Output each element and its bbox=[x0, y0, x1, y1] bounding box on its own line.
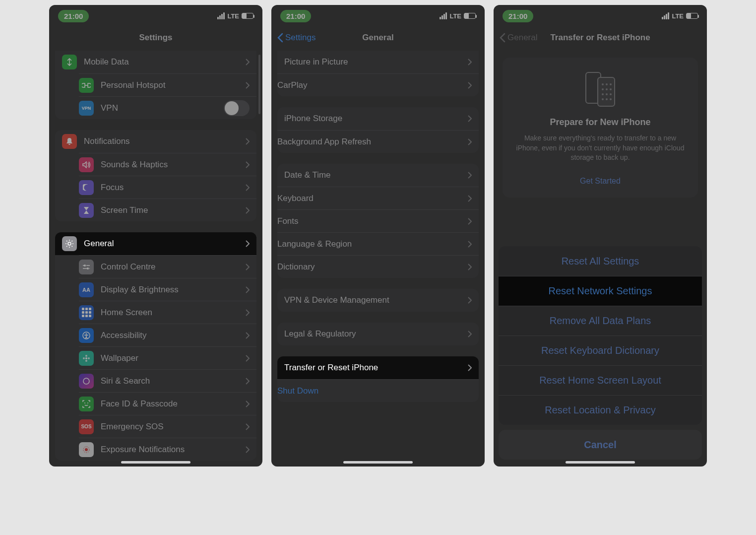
row-screen-time[interactable]: Screen Time bbox=[79, 199, 256, 221]
row-sounds[interactable]: Sounds & Haptics bbox=[79, 153, 256, 176]
antenna-icon bbox=[62, 55, 77, 69]
row-fonts[interactable]: Fonts bbox=[277, 209, 479, 232]
svg-point-4 bbox=[86, 333, 87, 334]
row-lang[interactable]: Language & Region bbox=[277, 232, 479, 255]
row-accessibility[interactable]: Accessibility bbox=[79, 324, 256, 346]
chevron-right-icon bbox=[246, 401, 250, 407]
svg-point-1 bbox=[84, 265, 86, 267]
row-faceid[interactable]: Face ID & Passcode bbox=[79, 392, 256, 415]
status-bar: 21:00 LTE bbox=[49, 5, 262, 27]
svg-point-18 bbox=[606, 83, 608, 85]
svg-point-27 bbox=[606, 98, 608, 100]
row-transfer-reset[interactable]: Transfer or Reset iPhone bbox=[277, 356, 479, 379]
row-focus[interactable]: Focus bbox=[79, 176, 256, 199]
signal-icon bbox=[662, 12, 669, 19]
vpn-toggle[interactable] bbox=[224, 100, 250, 116]
scrollbar[interactable] bbox=[258, 55, 260, 114]
settings-list[interactable]: Mobile Data Personal Hotspot VPN VPN Not… bbox=[49, 49, 262, 467]
row-sos[interactable]: SOS Emergency SOS bbox=[79, 415, 256, 438]
chevron-right-icon bbox=[246, 378, 250, 385]
group-vpn: VPN & Device Management bbox=[277, 289, 479, 312]
chevron-right-icon bbox=[246, 264, 250, 270]
status-bar: 21:00 LTE bbox=[494, 5, 707, 27]
row-vpnmgmt[interactable]: VPN & Device Management bbox=[277, 289, 479, 312]
time-pill: 21:00 bbox=[503, 10, 533, 22]
remove-data-plans[interactable]: Remove All Data Plans bbox=[499, 306, 702, 335]
chevron-right-icon bbox=[468, 115, 472, 122]
chevron-right-icon bbox=[246, 446, 250, 453]
sheet-options: Reset All Settings Reset Network Setting… bbox=[499, 246, 702, 425]
chevron-left-icon bbox=[277, 33, 283, 43]
row-personal-hotspot[interactable]: Personal Hotspot bbox=[79, 73, 256, 96]
signal-icon bbox=[217, 12, 225, 19]
svg-point-0 bbox=[68, 242, 71, 245]
general-list[interactable]: Picture in Picture CarPlay iPhone Storag… bbox=[271, 49, 485, 467]
svg-point-7 bbox=[85, 360, 87, 362]
chevron-right-icon bbox=[246, 184, 250, 191]
svg-point-8 bbox=[83, 357, 85, 359]
chevron-right-icon bbox=[468, 172, 472, 179]
row-display[interactable]: AA Display & Brightness bbox=[79, 278, 256, 301]
row-pip[interactable]: Picture in Picture bbox=[277, 51, 479, 73]
row-dict[interactable]: Dictionary bbox=[277, 255, 479, 278]
chevron-right-icon bbox=[246, 138, 250, 145]
grid-icon bbox=[79, 305, 94, 320]
back-button[interactable]: General bbox=[500, 33, 537, 43]
page-title: Settings bbox=[139, 33, 172, 43]
row-storage[interactable]: iPhone Storage bbox=[277, 107, 479, 130]
nav-bar: Settings General bbox=[271, 27, 485, 49]
svg-point-20 bbox=[602, 88, 604, 90]
reset-network-settings[interactable]: Reset Network Settings bbox=[499, 276, 702, 306]
row-home-screen[interactable]: Home Screen bbox=[79, 301, 256, 324]
row-keyboard[interactable]: Keyboard bbox=[277, 187, 479, 209]
group-general: General Control Centre AA Display & Brig… bbox=[55, 232, 256, 461]
row-exposure[interactable]: Exposure Notifications bbox=[79, 438, 256, 461]
home-indicator[interactable] bbox=[566, 461, 635, 464]
hourglass-icon bbox=[79, 203, 94, 218]
row-control-centre[interactable]: Control Centre bbox=[79, 255, 256, 278]
page-title: General bbox=[362, 33, 393, 43]
row-general[interactable]: General bbox=[55, 232, 256, 255]
row-notifications[interactable]: Notifications bbox=[55, 130, 256, 153]
screenshot-settings: 21:00 LTE Settings Mobile Data Personal … bbox=[49, 5, 262, 467]
get-started-button[interactable]: Get Started bbox=[513, 177, 687, 186]
reset-location-privacy[interactable]: Reset Location & Privacy bbox=[499, 395, 702, 425]
reset-keyboard-dictionary[interactable]: Reset Keyboard Dictionary bbox=[499, 335, 702, 365]
accessibility-icon bbox=[79, 328, 94, 343]
screenshot-general: 21:00 LTE Settings General Picture in Pi… bbox=[271, 5, 485, 467]
row-wallpaper[interactable]: Wallpaper bbox=[79, 346, 256, 369]
devices-icon bbox=[513, 69, 687, 109]
home-indicator[interactable] bbox=[121, 461, 190, 464]
row-vpn[interactable]: VPN VPN bbox=[79, 96, 256, 119]
chevron-right-icon bbox=[246, 240, 250, 247]
chevron-right-icon bbox=[468, 331, 472, 337]
cancel-button[interactable]: Cancel bbox=[499, 430, 702, 460]
row-shutdown[interactable]: Shut Down bbox=[277, 379, 479, 402]
battery-icon bbox=[686, 13, 698, 19]
svg-point-21 bbox=[606, 88, 608, 90]
svg-point-23 bbox=[602, 93, 604, 95]
reset-action-sheet: Reset All Settings Reset Network Setting… bbox=[499, 246, 702, 460]
svg-point-28 bbox=[610, 98, 612, 100]
svg-point-13 bbox=[85, 448, 88, 451]
svg-point-17 bbox=[602, 83, 604, 85]
row-date[interactable]: Date & Time bbox=[277, 164, 479, 187]
reset-all-settings[interactable]: Reset All Settings bbox=[499, 246, 702, 276]
row-legal[interactable]: Legal & Regulatory bbox=[277, 323, 479, 345]
group-input: Date & Time Keyboard Fonts Language & Re… bbox=[277, 164, 479, 278]
back-button[interactable]: Settings bbox=[277, 33, 315, 43]
card-title: Prepare for New iPhone bbox=[513, 117, 687, 128]
svg-point-9 bbox=[88, 357, 90, 359]
screenshot-reset: 21:00 LTE General Transfer or Reset iPho… bbox=[494, 5, 707, 467]
row-bgapp[interactable]: Background App Refresh bbox=[277, 130, 479, 153]
row-mobile-data[interactable]: Mobile Data bbox=[55, 51, 256, 73]
gear-icon bbox=[62, 236, 77, 251]
row-siri[interactable]: Siri & Search bbox=[79, 369, 256, 392]
bell-icon bbox=[62, 134, 77, 149]
chevron-right-icon bbox=[246, 355, 250, 362]
reset-home-layout[interactable]: Reset Home Screen Layout bbox=[499, 365, 702, 395]
home-indicator[interactable] bbox=[343, 461, 413, 464]
row-carplay[interactable]: CarPlay bbox=[277, 73, 479, 96]
chevron-right-icon bbox=[468, 264, 472, 270]
chevron-right-icon bbox=[468, 297, 472, 304]
